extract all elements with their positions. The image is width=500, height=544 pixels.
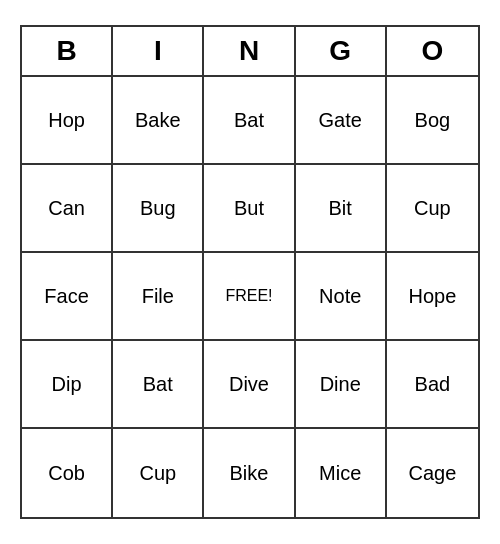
cell-r0-c3[interactable]: Gate (296, 77, 387, 165)
cell-r4-c0[interactable]: Cob (22, 429, 113, 517)
cell-r4-c4[interactable]: Cage (387, 429, 478, 517)
cell-r2-c1[interactable]: File (113, 253, 204, 341)
cell-r3-c0[interactable]: Dip (22, 341, 113, 429)
cell-r0-c0[interactable]: Hop (22, 77, 113, 165)
cell-r0-c1[interactable]: Bake (113, 77, 204, 165)
cell-r4-c3[interactable]: Mice (296, 429, 387, 517)
cell-r3-c2[interactable]: Dive (204, 341, 295, 429)
bingo-card: BINGO HopBakeBatGateBogCanBugButBitCupFa… (20, 25, 480, 519)
cell-r1-c2[interactable]: But (204, 165, 295, 253)
cell-r2-c2[interactable]: FREE! (204, 253, 295, 341)
header-letter: O (387, 27, 478, 75)
header-letter: N (204, 27, 295, 75)
cell-r3-c3[interactable]: Dine (296, 341, 387, 429)
header-letter: G (296, 27, 387, 75)
cell-r0-c2[interactable]: Bat (204, 77, 295, 165)
header-letter: B (22, 27, 113, 75)
cell-r1-c3[interactable]: Bit (296, 165, 387, 253)
bingo-header: BINGO (22, 27, 478, 77)
cell-r2-c0[interactable]: Face (22, 253, 113, 341)
header-letter: I (113, 27, 204, 75)
cell-r4-c2[interactable]: Bike (204, 429, 295, 517)
cell-r1-c0[interactable]: Can (22, 165, 113, 253)
bingo-grid: HopBakeBatGateBogCanBugButBitCupFaceFile… (22, 77, 478, 517)
cell-r2-c3[interactable]: Note (296, 253, 387, 341)
cell-r4-c1[interactable]: Cup (113, 429, 204, 517)
cell-r2-c4[interactable]: Hope (387, 253, 478, 341)
cell-r3-c1[interactable]: Bat (113, 341, 204, 429)
cell-r1-c4[interactable]: Cup (387, 165, 478, 253)
cell-r0-c4[interactable]: Bog (387, 77, 478, 165)
cell-r3-c4[interactable]: Bad (387, 341, 478, 429)
cell-r1-c1[interactable]: Bug (113, 165, 204, 253)
